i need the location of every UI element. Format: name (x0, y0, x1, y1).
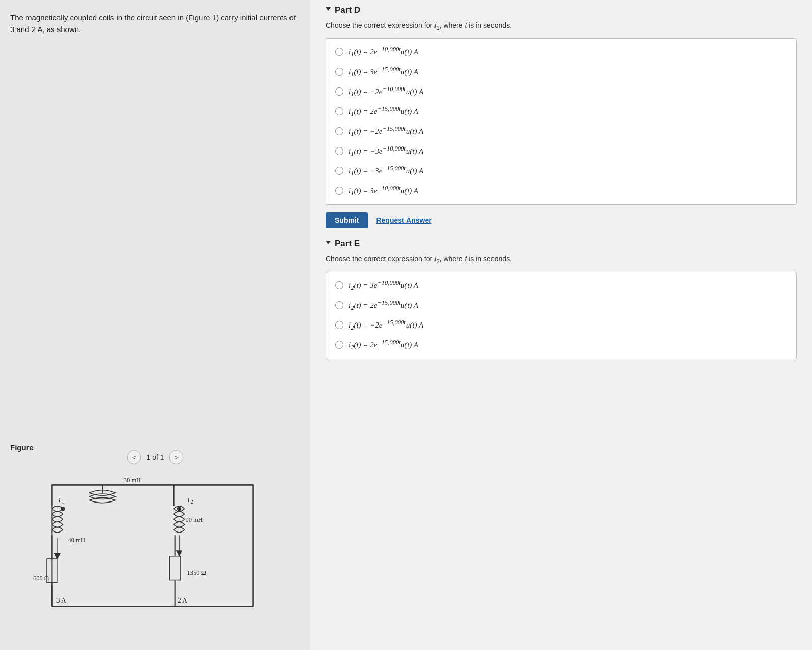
choice-d-5: i1(t) = −2e−15,000tu(t) A (335, 125, 787, 138)
choice-d-8: i1(t) = 3e−10,000tu(t) A (335, 185, 787, 197)
radio-e-4[interactable] (335, 341, 343, 349)
part-d-section: Part D Choose the correct expression for… (326, 5, 797, 228)
circuit-diagram: i 1 40 mH 600 Ω 3 A 30 mH (20, 472, 285, 619)
svg-text:90 mH: 90 mH (185, 516, 202, 523)
part-e-triangle (326, 241, 331, 247)
svg-text:1350 Ω: 1350 Ω (187, 569, 206, 576)
radio-d-8[interactable] (335, 187, 343, 195)
choice-d-8-text: i1(t) = 3e−10,000tu(t) A (349, 185, 418, 197)
choice-d-4: i1(t) = 2e−15,000tu(t) A (335, 105, 787, 118)
svg-text:40 mH: 40 mH (68, 537, 85, 544)
svg-text:i: i (59, 496, 61, 504)
left-panel: The magnetically coupled coils in the ci… (0, 0, 310, 650)
submit-button[interactable]: Submit (326, 212, 368, 228)
part-d-instruction: Choose the correct expression for i1, wh… (326, 21, 797, 31)
figure-link[interactable]: Figure 1 (188, 13, 216, 22)
svg-text:30 mH: 30 mH (124, 477, 141, 484)
part-e-section: Part E Choose the correct expression for… (326, 239, 797, 359)
choice-d-6-text: i1(t) = −3e−10,000tu(t) A (349, 145, 423, 158)
part-e-header[interactable]: Part E (326, 239, 797, 249)
choice-e-3-text: i2(t) = −2e−15,000tu(t) A (349, 319, 423, 332)
part-d-title: Part D (335, 5, 360, 15)
choice-d-3-text: i1(t) = −2e−10,000tu(t) A (349, 85, 423, 98)
figure-navigation: < 1 of 1 > (127, 450, 183, 464)
svg-text:2 A: 2 A (178, 597, 187, 604)
part-d-header[interactable]: Part D (326, 5, 797, 15)
radio-d-1[interactable] (335, 48, 343, 56)
prev-figure-button[interactable]: < (127, 450, 141, 464)
radio-e-1[interactable] (335, 281, 343, 289)
svg-text:3 A: 3 A (56, 597, 66, 604)
svg-rect-0 (52, 485, 253, 606)
choice-d-2-text: i1(t) = 3e−15,000tu(t) A (349, 66, 418, 78)
request-answer-link[interactable]: Request Answer (376, 216, 431, 224)
svg-text:i: i (188, 496, 190, 504)
svg-text:1: 1 (62, 499, 64, 505)
choice-d-6: i1(t) = −3e−10,000tu(t) A (335, 145, 787, 158)
choice-d-7-text: i1(t) = −3e−15,000tu(t) A (349, 165, 423, 178)
choice-e-4: i2(t) = 2e−15,000tu(t) A (335, 339, 787, 351)
choice-e-2: i2(t) = 2e−15,000tu(t) A (335, 299, 787, 312)
radio-e-3[interactable] (335, 321, 343, 329)
part-d-triangle (326, 7, 331, 13)
choice-d-5-text: i1(t) = −2e−15,000tu(t) A (349, 125, 423, 138)
part-e-choices-box: i2(t) = 3e−10,000tu(t) A i2(t) = 2e−15,0… (326, 272, 797, 359)
radio-e-2[interactable] (335, 301, 343, 309)
part-d-actions: Submit Request Answer (326, 212, 797, 228)
radio-d-7[interactable] (335, 167, 343, 175)
svg-rect-24 (169, 556, 180, 580)
svg-point-15 (61, 507, 65, 511)
choice-d-3: i1(t) = −2e−10,000tu(t) A (335, 85, 787, 98)
radio-d-2[interactable] (335, 68, 343, 76)
part-d-choices-box: i1(t) = 2e−10,000tu(t) A i1(t) = 3e−15,0… (326, 38, 797, 205)
choice-e-3: i2(t) = −2e−15,000tu(t) A (335, 319, 787, 332)
next-figure-button[interactable]: > (169, 450, 184, 464)
choice-d-1-text: i1(t) = 2e−10,000tu(t) A (349, 46, 418, 58)
choice-d-4-text: i1(t) = 2e−15,000tu(t) A (349, 105, 418, 118)
radio-d-5[interactable] (335, 127, 343, 135)
choice-d-1: i1(t) = 2e−10,000tu(t) A (335, 46, 787, 58)
radio-d-6[interactable] (335, 147, 343, 155)
part-e-instruction: Choose the correct expression for i2, wh… (326, 255, 797, 264)
svg-text:2: 2 (191, 499, 193, 505)
choice-e-2-text: i2(t) = 2e−15,000tu(t) A (349, 299, 418, 312)
choice-e-1-text: i2(t) = 3e−10,000tu(t) A (349, 279, 418, 292)
figure-counter: 1 of 1 (146, 453, 164, 461)
part-e-title: Part E (335, 239, 360, 249)
svg-point-16 (177, 507, 181, 511)
choice-e-1: i2(t) = 3e−10,000tu(t) A (335, 279, 787, 292)
radio-d-3[interactable] (335, 87, 343, 96)
circuit-svg: i 1 40 mH 600 Ω 3 A 30 mH (20, 472, 285, 619)
choice-d-2: i1(t) = 3e−15,000tu(t) A (335, 66, 787, 78)
choice-d-7: i1(t) = −3e−15,000tu(t) A (335, 165, 787, 178)
figure-label: Figure (10, 443, 34, 452)
problem-text: The magnetically coupled coils in the ci… (10, 12, 300, 35)
choice-e-4-text: i2(t) = 2e−15,000tu(t) A (349, 339, 418, 351)
radio-d-4[interactable] (335, 107, 343, 115)
right-panel: Part D Choose the correct expression for… (310, 0, 812, 650)
